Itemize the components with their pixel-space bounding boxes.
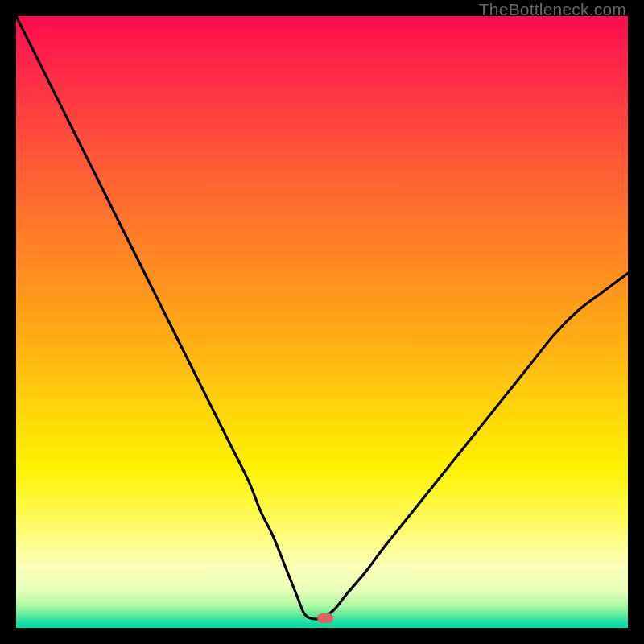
plot-area — [16, 16, 628, 628]
chart-frame: TheBottleneck.com — [0, 0, 644, 644]
optimal-marker-pill — [317, 613, 333, 623]
bottleneck-curve — [16, 16, 628, 628]
